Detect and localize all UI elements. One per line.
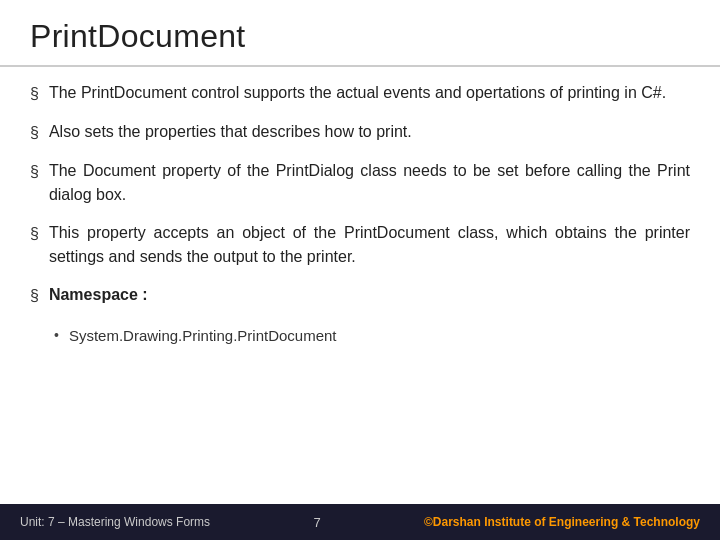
bullet-item-5: § Namespace : [30, 283, 690, 308]
content-section: § The PrintDocument control supports the… [0, 67, 720, 504]
bullet-icon-1: § [30, 82, 39, 106]
bullet-text-2: Also sets the properties that describes … [49, 120, 412, 144]
footer-unit-label: Unit: 7 – Mastering Windows Forms [20, 515, 210, 529]
bullet-item-1: § The PrintDocument control supports the… [30, 81, 690, 106]
bullet-item-3: § The Document property of the PrintDial… [30, 159, 690, 207]
slide-footer: Unit: 7 – Mastering Windows Forms 7 ©Dar… [0, 504, 720, 540]
bullet-text-4: This property accepts an object of the P… [49, 221, 690, 269]
bullet-icon-5: § [30, 284, 39, 308]
title-section: PrintDocument [0, 0, 720, 67]
sub-bullet-1: • System.Drawing.Printing.PrintDocument [54, 324, 690, 348]
bullet-item-2: § Also sets the properties that describe… [30, 120, 690, 145]
bullet-icon-4: § [30, 222, 39, 246]
bullet-icon-3: § [30, 160, 39, 184]
slide-title: PrintDocument [30, 18, 690, 55]
footer-page-number: 7 [313, 515, 320, 530]
bullet-icon-2: § [30, 121, 39, 145]
bullet-text-3: The Document property of the PrintDialog… [49, 159, 690, 207]
namespace-label: Namespace : [49, 286, 148, 303]
bullet-text-5: Namespace : [49, 283, 148, 307]
footer-institute-label: ©Darshan Institute of Engineering & Tech… [424, 515, 700, 529]
sub-bullet-icon-1: • [54, 324, 59, 346]
bullet-text-1: The PrintDocument control supports the a… [49, 81, 666, 105]
bullet-item-4: § This property accepts an object of the… [30, 221, 690, 269]
slide-container: PrintDocument § The PrintDocument contro… [0, 0, 720, 540]
sub-bullet-text-1: System.Drawing.Printing.PrintDocument [69, 324, 337, 348]
